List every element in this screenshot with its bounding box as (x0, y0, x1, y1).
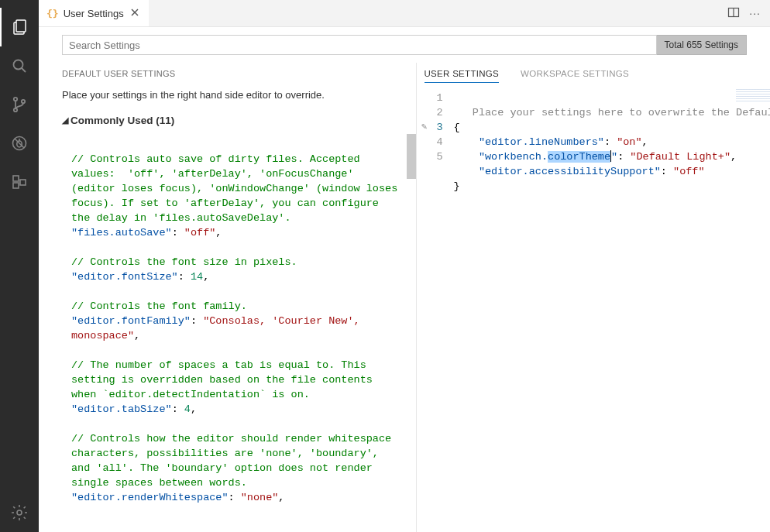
gear-icon (10, 503, 29, 522)
search-settings-input[interactable] (62, 35, 657, 55)
svg-rect-10 (13, 176, 19, 181)
val-whitespace: "none" (241, 492, 279, 503)
code-lines[interactable]: Place your settings here to overwrite th… (454, 89, 771, 532)
svg-rect-11 (13, 183, 19, 188)
val-linenumbers: "on" (617, 136, 641, 148)
line-number: 3 (432, 120, 443, 135)
val-tabsize: 4 (184, 403, 191, 415)
line-numbers: 1 2 3 4 5 (432, 89, 454, 532)
search-row: Total 655 Settings (39, 27, 770, 63)
split-editor-icon[interactable] (727, 6, 740, 21)
scrollbar[interactable] (407, 134, 416, 532)
comment-fontfamily: // Controls the font family. (71, 300, 247, 312)
default-settings-pane: DEFAULT USER SETTINGS Place your setting… (39, 63, 417, 532)
key-tabsize: "editor.tabSize" (71, 403, 172, 415)
svg-point-3 (14, 98, 17, 101)
default-settings-desc: Place your settings in the right hand si… (62, 84, 416, 112)
files-icon (11, 18, 29, 36)
glyph-margin: ✎ ✎ ✎ ✎ ✎ (417, 89, 432, 532)
default-settings-code[interactable]: // Controls auto save of dirty files. Ac… (62, 134, 416, 532)
line-number: 4 (432, 135, 443, 149)
edit-pencil-icon[interactable]: ✎ (417, 120, 432, 135)
comment-autosave: // Controls auto save of dirty files. Ac… (71, 153, 404, 224)
tab-bar: {} User Settings ··· (39, 0, 770, 27)
svg-point-13 (17, 510, 22, 515)
activity-scm[interactable] (0, 85, 39, 124)
tab-label: User Settings (64, 8, 124, 19)
svg-point-5 (22, 100, 25, 103)
key-accessibility: "editor.accessibilitySupport" (479, 166, 661, 177)
svg-rect-12 (20, 180, 26, 185)
svg-line-2 (22, 68, 26, 72)
key-fontfamily: "editor.fontFamily" (71, 315, 191, 327)
tabbar-actions: ··· (727, 0, 770, 26)
comment-tabsize: // The number of spaces a tab is equal t… (71, 359, 379, 400)
main-area: {} User Settings ··· Total 655 Settings … (39, 0, 770, 532)
val-accessibility: "off" (673, 166, 705, 177)
search-icon (10, 57, 29, 75)
key-linenumbers: "editor.lineNumbers" (479, 136, 604, 148)
activity-debug[interactable] (0, 124, 39, 163)
key-whitespace: "editor.renderWhitespace" (71, 492, 229, 503)
bug-icon (10, 134, 29, 153)
key-autosave: "files.autoSave" (71, 227, 172, 239)
scrollbar-thumb[interactable] (407, 134, 416, 179)
line-number: 2 (432, 105, 443, 120)
svg-rect-0 (16, 20, 26, 32)
val-colortheme: "Default Light+" (630, 151, 730, 163)
activity-settings[interactable] (0, 493, 39, 532)
activity-search[interactable] (0, 46, 39, 85)
tab-workspace[interactable]: WORKSPACE SETTINGS (521, 69, 629, 83)
selection-colortheme: colorTheme (548, 151, 610, 163)
braces-icon: {} (46, 8, 59, 19)
branch-icon (10, 95, 29, 114)
placeholder-hint: Place your settings here to overwrite th… (473, 107, 770, 118)
activity-extensions[interactable] (0, 163, 39, 201)
svg-point-1 (14, 60, 23, 70)
section-commonly-used[interactable]: ◢ Commonly Used (11) (62, 112, 416, 134)
val-autosave: "off" (184, 227, 216, 239)
minimap[interactable] (736, 89, 770, 101)
key-fontsize: "editor.fontSize" (71, 271, 178, 283)
section-label: Commonly Used (11) (70, 115, 174, 126)
line-number: 1 (432, 91, 443, 105)
comment-fontsize: // Controls the font size in pixels. (71, 256, 297, 268)
extensions-icon (10, 173, 29, 191)
comment-whitespace: // Controls how the editor should render… (71, 433, 397, 489)
tab-user-settings[interactable]: {} User Settings (39, 0, 149, 26)
close-icon[interactable] (129, 6, 141, 21)
chevron-down-icon: ◢ (62, 115, 68, 125)
activity-bar (0, 0, 39, 532)
tab-user[interactable]: USER SETTINGS (425, 69, 500, 83)
split-view: DEFAULT USER SETTINGS Place your setting… (39, 63, 770, 532)
user-settings-editor[interactable]: ✎ ✎ ✎ ✎ ✎ 1 2 3 4 5 Place your settings … (417, 89, 771, 532)
text-cursor (610, 150, 611, 162)
line-number: 5 (432, 149, 443, 164)
right-tabs: USER SETTINGS WORKSPACE SETTINGS (417, 63, 771, 89)
activity-explorer[interactable] (0, 8, 39, 46)
settings-count-badge: Total 655 Settings (657, 35, 747, 55)
default-settings-heading: DEFAULT USER SETTINGS (62, 63, 416, 84)
more-icon[interactable]: ··· (749, 7, 761, 19)
val-fontsize: 14 (191, 271, 203, 283)
user-settings-pane: USER SETTINGS WORKSPACE SETTINGS ✎ ✎ ✎ ✎… (417, 63, 771, 532)
